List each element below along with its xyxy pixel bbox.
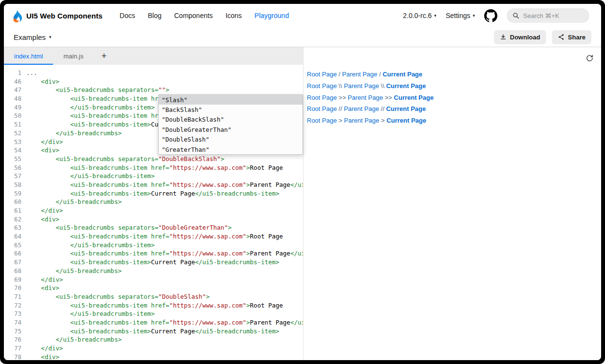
- brand[interactable]: UI5 Web Components: [10, 9, 103, 22]
- breadcrumb-link[interactable]: Parent Page: [348, 94, 383, 101]
- line-number: 74: [4, 318, 26, 327]
- line-number: 73: [4, 309, 26, 318]
- examples-dropdown[interactable]: Examples ▾: [14, 33, 51, 41]
- autocomplete-item[interactable]: "DoubleBackSlash": [159, 115, 302, 125]
- breadcrumb-link[interactable]: Root Page: [307, 94, 337, 101]
- breadcrumb-separator: >: [337, 117, 344, 124]
- code-line[interactable]: 76 </ui5-breadcrumbs>: [4, 335, 303, 344]
- breadcrumb-current: Current Page: [382, 71, 422, 78]
- breadcrumb-link[interactable]: Parent Page: [342, 71, 377, 78]
- code-line[interactable]: 47 <ui5-breadcrumbs separators="">: [4, 86, 303, 94]
- line-number: 1: [4, 69, 26, 77]
- code-line[interactable]: 73 </ui5-breadcrumbs-item>: [4, 309, 303, 318]
- download-button[interactable]: Download: [494, 30, 546, 44]
- code-line[interactable]: 78 <div>: [4, 353, 303, 360]
- code-line[interactable]: 62 <div>: [4, 215, 303, 224]
- top-nav: UI5 Web Components DocsBlogComponentsIco…: [4, 4, 601, 27]
- code-line[interactable]: 58 <ui5-breadcrumbs-item href="https://w…: [4, 181, 303, 189]
- code-line[interactable]: 68 </ui5-breadcrumbs>: [4, 267, 303, 275]
- code-line[interactable]: 65 </ui5-breadcrumbs-item>: [4, 241, 303, 250]
- breadcrumb-link[interactable]: Parent Page: [344, 117, 379, 124]
- code-line[interactable]: 67 <ui5-breadcrumbs-item>Current Page</u…: [4, 258, 303, 267]
- breadcrumb-separator: >>: [383, 94, 394, 101]
- refresh-button[interactable]: [585, 53, 595, 63]
- line-number: 62: [4, 215, 26, 224]
- line-number: 55: [4, 155, 26, 164]
- breadcrumb-link[interactable]: Root Page: [307, 117, 337, 124]
- code-line[interactable]: 64 <ui5-breadcrumbs-item href="https://w…: [4, 232, 303, 241]
- nav-link-docs[interactable]: Docs: [113, 9, 142, 22]
- breadcrumb-link[interactable]: Root Page: [307, 82, 337, 90]
- code-line[interactable]: 74 <ui5-breadcrumbs-item href="https://w…: [4, 318, 303, 327]
- autocomplete-item[interactable]: "DoubleGreaterThan": [159, 125, 302, 134]
- code-line[interactable]: 69 </div>: [4, 275, 303, 284]
- code-line[interactable]: 75 <ui5-breadcrumbs-item>Current Page</u…: [4, 327, 303, 336]
- nav-link-blog[interactable]: Blog: [141, 9, 168, 22]
- settings-label: Settings: [446, 12, 471, 19]
- examples-bar: Examples ▾ Download Share: [4, 27, 601, 47]
- line-number: 56: [4, 164, 26, 172]
- code-line[interactable]: 66 <ui5-breadcrumbs-item href="https://w…: [4, 249, 303, 258]
- github-link[interactable]: [484, 9, 497, 22]
- line-number: 57: [4, 172, 26, 181]
- code-line[interactable]: 60 </ui5-breadcrumbs>: [4, 198, 303, 206]
- search-input[interactable]: [523, 12, 577, 19]
- share-button[interactable]: Share: [552, 30, 591, 44]
- line-number: 52: [4, 129, 26, 138]
- line-number: 77: [4, 344, 26, 353]
- code-line[interactable]: 77 </div>: [4, 344, 303, 353]
- breadcrumb-link[interactable]: Root Page: [307, 105, 337, 112]
- line-number: 71: [4, 292, 26, 301]
- code-line[interactable]: 70 <div>: [4, 284, 303, 292]
- nav-link-icons[interactable]: Icons: [219, 9, 248, 22]
- autocomplete-item[interactable]: "DoubleSlash": [159, 135, 302, 145]
- breadcrumb-link[interactable]: Parent Page: [344, 82, 379, 90]
- search-icon: [512, 12, 519, 19]
- line-number: 75: [4, 327, 26, 336]
- editor-pane: index.htmlmain.js + 1...46 <div>47 <ui5-…: [4, 47, 303, 360]
- breadcrumb: Root Page >> Parent Page >> Current Page: [307, 91, 597, 103]
- line-number: 51: [4, 120, 26, 129]
- code-line[interactable]: 56 <ui5-breadcrumbs-item href="https://w…: [4, 164, 303, 172]
- nav-link-playground[interactable]: Playground: [248, 9, 295, 22]
- breadcrumb-link[interactable]: Parent Page: [344, 105, 379, 112]
- code-line[interactable]: 71 <ui5-breadcrumbs separators="DoubleSl…: [4, 292, 303, 301]
- code-line[interactable]: 1...: [4, 69, 303, 77]
- code-line[interactable]: 59 <ui5-breadcrumbs-item>Current Page</u…: [4, 189, 303, 198]
- main-nav: DocsBlogComponentsIconsPlayground: [113, 9, 296, 22]
- autocomplete-item[interactable]: "GreaterThan": [159, 145, 302, 154]
- code-line[interactable]: 63 <ui5-breadcrumbs separators="DoubleGr…: [4, 223, 303, 232]
- add-tab-button[interactable]: +: [94, 47, 114, 65]
- chevron-down-icon: ▾: [473, 14, 475, 18]
- settings-dropdown[interactable]: Settings ▾: [446, 12, 475, 19]
- chevron-down-icon: ▾: [434, 14, 436, 18]
- breadcrumb-separator: >: [379, 117, 387, 124]
- code-line[interactable]: 61 </div>: [4, 206, 303, 215]
- breadcrumb: Root Page > Parent Page > Current Page: [307, 115, 597, 127]
- tab-index-html[interactable]: index.html: [4, 47, 53, 65]
- autocomplete-item[interactable]: "Slash": [159, 95, 302, 105]
- breadcrumb: Root Page / Parent Page / Current Page: [307, 69, 597, 80]
- breadcrumbs-preview: Root Page / Parent Page / Current PageRo…: [303, 69, 601, 126]
- line-number: 50: [4, 111, 26, 120]
- line-number: 67: [4, 258, 26, 267]
- autocomplete-item[interactable]: "BackSlash": [159, 105, 302, 114]
- line-number: 48: [4, 94, 26, 103]
- breadcrumb-link[interactable]: Root Page: [307, 71, 337, 78]
- chevron-down-icon: ▾: [49, 35, 52, 39]
- code-line[interactable]: 57 </ui5-breadcrumbs-item>: [4, 172, 303, 181]
- code-line[interactable]: 55 <ui5-breadcrumbs separators="DoubleBa…: [4, 155, 303, 164]
- version-dropdown[interactable]: 2.0.0-rc.6 ▾: [403, 12, 436, 19]
- tab-main-js[interactable]: main.js: [53, 47, 94, 65]
- code-line[interactable]: 46 <div>: [4, 77, 303, 86]
- line-number: 76: [4, 335, 26, 344]
- line-number: 49: [4, 103, 26, 112]
- examples-label: Examples: [14, 33, 46, 41]
- breadcrumb-current: Current Page: [386, 117, 426, 124]
- share-icon: [558, 34, 565, 40]
- breadcrumb-separator: >>: [337, 94, 347, 101]
- line-number: 46: [4, 77, 26, 86]
- nav-link-components[interactable]: Components: [168, 9, 219, 22]
- code-line[interactable]: 72 <ui5-breadcrumbs-item href="https://w…: [4, 301, 303, 310]
- line-number: 54: [4, 146, 26, 155]
